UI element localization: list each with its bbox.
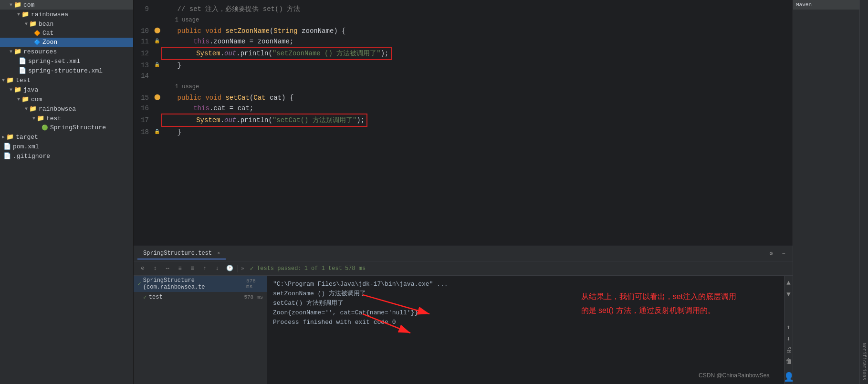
tree-item-com[interactable]: ▼📁com [0, 0, 133, 10]
test-results-tree: ✓ SpringStructure (com.rainbowsea.te 578… [134, 276, 267, 384]
tree-icon: 📁 [37, 114, 44, 122]
tree-label: test [16, 77, 31, 84]
tree-item-bean[interactable]: ▼📁bean [0, 19, 133, 29]
output-line-0: "C:\Program Files\Java\jdk-17\bin\java.e… [273, 280, 778, 289]
tree-arrow: ▼ [17, 97, 20, 102]
code-editor[interactable]: 9 // set 注入，必须要提供 set() 方法 1 usage10⬤ pu… [134, 0, 793, 246]
code-line-content: 1 usage [161, 14, 793, 25]
settings-button[interactable]: ⚙ [766, 249, 776, 259]
line-number: 14 [134, 71, 153, 81]
tree-label: .gitignore [13, 153, 50, 160]
test-item-spring-structure[interactable]: ✓ SpringStructure (com.rainbowsea.te 578… [134, 276, 267, 292]
group-button[interactable]: ≣ [187, 263, 198, 274]
tree-label: com [31, 96, 42, 103]
line-number: 10 [134, 26, 153, 36]
down-button[interactable]: ↓ [212, 263, 222, 274]
tree-item-test[interactable]: ▼📁test [0, 114, 133, 123]
bottom-tab-bar: SpringStructure.test × ⚙ − [134, 246, 793, 261]
notifications-strip[interactable]: Notifications [859, 0, 868, 384]
lock-gutter-icon: 🔒 [154, 62, 160, 68]
tree-icon: 📄 [3, 152, 11, 160]
profile-button[interactable]: 👤 [784, 372, 793, 382]
tree-item-springstructure[interactable]: 🟢SpringStructure [0, 123, 133, 132]
tab-spring-structure-test[interactable]: SpringStructure.test × [137, 248, 226, 259]
tree-label: rainbowsea [39, 105, 76, 113]
tree-item-com[interactable]: ▼📁com [0, 94, 133, 104]
output-area[interactable]: "C:\Program Files\Java\jdk-17\bin\java.e… [267, 276, 784, 384]
code-line-content: public void setZoonName(String zoonName)… [161, 26, 793, 36]
code-row: 14 [134, 71, 793, 81]
tree-icon: 📁 [29, 20, 37, 28]
scroll-up-button[interactable]: ▲ [784, 278, 793, 288]
gutter: 🔒 [153, 36, 161, 47]
stop-button[interactable]: ⊘ [137, 263, 148, 274]
file-tree: ▼📁com▼📁rainbowsea▼📁bean🔶Cat🔷Zoon▼📁resour… [0, 0, 133, 161]
code-row: 11🔒 this.zoonName = zoonName; [134, 36, 793, 47]
tree-item-resources[interactable]: ▼📁resources [0, 47, 133, 56]
sort-button[interactable]: ↔ [162, 263, 173, 274]
pass-icon: ✓ [137, 280, 141, 288]
tree-label: target [16, 134, 38, 141]
line-number: 11 [134, 36, 153, 47]
tree-label: SpringStructure [50, 124, 106, 131]
minimize-button[interactable]: − [778, 249, 789, 259]
tree-label: resources [23, 48, 57, 55]
test-item-test[interactable]: ✓ test 578 ms [134, 292, 267, 302]
code-line-content: this.cat = cat; [161, 103, 793, 114]
gutter: ⬤ [153, 25, 161, 36]
tree-item--gitignore[interactable]: 📄.gitignore [0, 151, 133, 161]
scroll-bottom-button[interactable]: ⬇ [784, 333, 793, 344]
tree-item-spring-set-xml[interactable]: 📄spring-set.xml [0, 56, 133, 66]
sidebar: ▼📁com▼📁rainbowsea▼📁bean🔶Cat🔷Zoon▼📁resour… [0, 0, 134, 384]
tree-item-zoon[interactable]: 🔷Zoon [0, 38, 133, 47]
output-line-1: setZoonName () 方法被调用了 [273, 289, 778, 299]
output-line-3: Zoon{zoonName='', cat=Cat{name='null'}} [273, 308, 778, 318]
warning-gutter-icon: ⬤ [154, 94, 160, 101]
test-duration: 578 ms [345, 265, 366, 272]
tree-arrow: ▼ [10, 49, 12, 54]
scroll-top-button[interactable]: ⬆ [784, 322, 793, 332]
tree-arrow: ▶ [2, 134, 5, 140]
tree-icon: 📁 [6, 76, 14, 84]
code-line-content: 1 usage [161, 81, 793, 92]
tree-item-spring-structure-xml[interactable]: 📄spring-structure.xml [0, 66, 133, 75]
main-content: 9 // set 注入，必须要提供 set() 方法 1 usage10⬤ pu… [134, 0, 793, 384]
output-line-5: Process finished with exit code 0 [273, 318, 778, 327]
test-passed-count: 1 of 1 test [304, 265, 342, 272]
scroll-down-button[interactable]: ▼ [784, 289, 793, 300]
time-button[interactable]: 🕐 [224, 263, 235, 274]
tree-icon: 📁 [14, 48, 21, 55]
tree-arrow: ▼ [17, 12, 20, 17]
scroll-panel: ▲ ▼ ⬆ ⬇ 🖨 🗑 👤 [784, 276, 793, 384]
tree-item-rainbowsea[interactable]: ▼📁rainbowsea [0, 104, 133, 114]
tree-icon: 🟢 [42, 125, 48, 131]
maven-label: Maven [796, 2, 812, 8]
code-line-content: } [161, 127, 793, 137]
tree-item-rainbowsea[interactable]: ▼📁rainbowsea [0, 10, 133, 19]
code-row: 1 usage [134, 14, 793, 25]
close-tab-button[interactable]: × [217, 251, 220, 256]
line-number: 16 [134, 103, 153, 114]
up-button[interactable]: ↑ [199, 263, 210, 274]
rerun-button[interactable]: ↕ [150, 263, 160, 274]
tree-item-pom-xml[interactable]: 📄pom.xml [0, 142, 133, 151]
tree-icon: 📁 [14, 1, 21, 9]
gutter: 🔒 [153, 60, 161, 71]
code-line-content: System.out.println("setZoonName () 方法被调用… [161, 47, 793, 60]
tree-item-java[interactable]: ▼📁java [0, 85, 133, 94]
check-icon: ✓ [250, 264, 254, 272]
tree-item-cat[interactable]: 🔶Cat [0, 29, 133, 38]
tree-label: java [23, 86, 38, 93]
tree-item-test[interactable]: ▼📁test [0, 75, 133, 85]
line-number: 15 [134, 93, 153, 103]
toolbar-separator [238, 265, 238, 272]
lock-gutter-icon: 🔒 [154, 129, 160, 135]
more-label: » [241, 266, 244, 271]
delete-button[interactable]: 🗑 [784, 356, 793, 367]
gutter: 🔒 [153, 127, 161, 137]
tree-item-target[interactable]: ▶📁target [0, 132, 133, 142]
output-line-2: setCat() 方法别调用了 [273, 299, 778, 308]
print-button[interactable]: 🖨 [784, 345, 793, 355]
filter-button[interactable]: ≡ [175, 263, 185, 274]
highlighted-line: System.out.println("setZoonName () 方法被调用… [161, 47, 392, 60]
